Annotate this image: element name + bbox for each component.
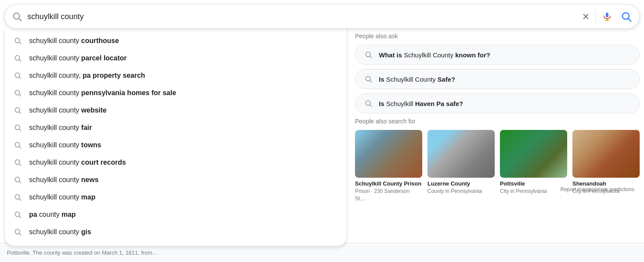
suggestion-search-icon [13,158,22,167]
suggestion-item[interactable]: schuylkill county, pa property search [5,67,347,84]
svg-line-37 [370,81,372,83]
related-image-thumb [355,130,422,178]
svg-point-24 [15,160,20,165]
suggestion-search-icon [13,141,22,149]
suggestion-search-icon [13,176,22,184]
related-image-title: Pottsville [500,180,567,188]
svg-point-12 [15,56,20,60]
suggestion-item[interactable]: schuylkill county parcel locator [5,50,347,67]
related-image-thumb [427,130,495,178]
suggestion-search-icon [13,228,22,236]
related-image-subtitle: City in Pennsylvania [500,188,567,195]
suggestion-item[interactable]: schuylkill county map [5,189,347,206]
svg-line-25 [20,164,21,166]
svg-line-11 [20,43,21,44]
related-image-title: Schuylkill County Prison [355,180,422,188]
svg-line-15 [20,77,21,79]
svg-line-35 [370,56,372,58]
svg-line-1 [19,19,22,21]
svg-point-34 [366,52,371,57]
people-also-search-label: People also search for [355,118,640,125]
svg-line-31 [20,216,21,218]
question-search-icon [364,50,373,59]
suggestion-item[interactable]: schuylkill county court records [5,154,347,171]
svg-line-19 [20,112,21,114]
svg-point-26 [15,177,20,182]
search-input[interactable]: schuylkill county [27,12,582,21]
svg-point-14 [15,73,20,78]
suggestion-search-icon [13,36,22,45]
related-image-thumb [500,130,567,178]
svg-line-13 [20,60,21,62]
related-image-thumb [572,130,640,178]
related-image-pottsville[interactable]: Pottsville City in Pennsylvania [500,130,567,202]
mic-icon[interactable] [601,10,613,23]
question-item-2[interactable]: Is Schuylkill County Safe? [355,69,640,89]
search-bar: schuylkill county [4,4,640,29]
question-item-1[interactable]: What is Schuylkill County known for? [355,45,640,65]
svg-point-36 [366,76,371,81]
clear-icon[interactable] [582,12,590,21]
suggestion-search-icon [13,106,22,115]
related-image-luzerne[interactable]: Luzerne County County in Pennsylvania [427,130,495,202]
svg-point-18 [15,108,20,113]
suggestion-item[interactable]: pa county map [5,206,347,223]
suggestion-search-icon [13,210,22,219]
suggestion-search-icon [13,193,22,202]
suggestion-item[interactable]: schuylkill county towns [5,136,347,154]
svg-line-39 [370,105,372,107]
bottom-bar-text: Pottsville. The county was created on Ma… [7,249,158,256]
svg-point-30 [15,212,20,217]
report-inappropriate-text[interactable]: Report inappropriate predictions [560,186,634,192]
search-icon-left [12,11,22,22]
related-image-title: Luzerne County [427,180,495,188]
suggestion-item[interactable]: schuylkill county pennsylvania homes for… [5,84,347,102]
svg-point-10 [15,38,20,43]
suggestion-item[interactable]: schuylkill county website [5,102,347,119]
svg-line-17 [20,95,21,96]
svg-point-28 [15,195,20,199]
question-search-icon [364,99,373,108]
suggestion-item[interactable]: schuylkill county gis [5,223,347,241]
suggestion-item[interactable]: schuylkill county fair [5,119,347,136]
svg-point-38 [366,101,371,106]
suggestion-search-icon [13,71,22,80]
suggestion-item[interactable]: schuylkill county news [5,171,347,189]
search-submit-icon[interactable] [620,10,632,23]
svg-line-23 [20,147,21,149]
svg-line-21 [20,129,21,131]
svg-line-33 [20,234,21,235]
svg-point-32 [15,229,20,234]
related-image-schuylkill-prison[interactable]: Schuylkill County Prison Prison · 230 Sa… [355,130,422,202]
related-image-subtitle: Prison · 230 Sanderson St,… [355,188,422,202]
svg-line-27 [20,182,21,183]
question-search-icon [364,75,373,83]
svg-line-29 [20,199,21,201]
suggestion-search-icon [13,54,22,63]
svg-point-20 [15,125,20,130]
search-divider [595,10,596,23]
people-also-ask-label: People also ask [355,33,640,40]
suggestion-search-icon [13,89,22,97]
svg-line-9 [628,19,631,21]
suggestions-dropdown: schuylkill county courthouse schuylkill … [4,29,347,246]
related-image-subtitle: County in Pennsylvania [427,188,495,195]
suggestion-search-icon [13,123,22,132]
svg-rect-5 [606,13,608,17]
svg-point-22 [15,143,20,147]
suggestion-item[interactable]: schuylkill county courthouse [5,32,347,50]
right-panel: People also ask What is Schuylkill Count… [355,33,640,202]
svg-point-16 [15,90,20,95]
question-item-3[interactable]: Is Schuylkill Haven Pa safe? [355,93,640,113]
